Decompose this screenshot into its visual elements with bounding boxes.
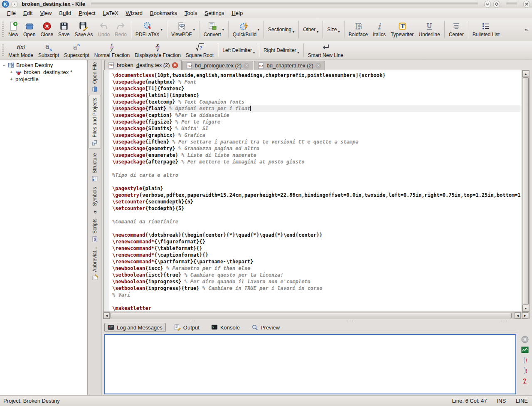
code-line: \usepackage{geometry} % Grandezza pagina… [112, 145, 521, 152]
menu-tools[interactable]: Tools [181, 9, 201, 17]
toolbar-button-sectioning[interactable]: Sectioning▾ [266, 21, 297, 38]
toolbar-separator [264, 21, 264, 38]
toolbar-button-close[interactable]: Close [38, 21, 56, 38]
code-line: \renewcommand*{\tableformat}{} [112, 245, 521, 252]
toolbar-button-square-root[interactable]: ?Square Root [183, 42, 216, 59]
expander-icon[interactable]: - [2, 63, 6, 67]
toolbar-separator [199, 21, 200, 38]
superscript-icon: as [72, 42, 81, 52]
scroll-up-icon[interactable]: ▲ [522, 70, 529, 77]
sidebar-tab-strip: Open FileFiles and ProjectsStructureαSym… [88, 60, 102, 395]
sidebar-tab-abbreviat[interactable]: Abbreviat... [89, 245, 101, 282]
tab-close-icon[interactable]: × [172, 62, 178, 68]
kile-app-icon[interactable]: K [2, 0, 9, 8]
vertical-scroll-thumb[interactable] [523, 77, 529, 304]
menu-build[interactable]: Build [55, 9, 75, 17]
horizontal-scroll-thumb[interactable] [111, 313, 512, 318]
tree-item-broken-destiny[interactable]: -Broken Destiny [0, 62, 87, 69]
tab-close-icon[interactable]: × [244, 63, 249, 69]
code-area[interactable]: \documentclass[10pt,twoside,english,norm… [110, 70, 521, 312]
menu-bookmarks[interactable]: Bookmarks [146, 9, 181, 17]
close-window-button[interactable] [523, 0, 530, 8]
toolbar-button-typewriter[interactable]: TTypewriter [388, 21, 416, 38]
scroll-left-icon[interactable]: ◀ [103, 312, 110, 319]
toolbar-button-viewpdf[interactable]: ViewPDF▾ [169, 21, 197, 38]
toolbar-button-center[interactable]: Center [446, 21, 466, 38]
toolbar-button-new[interactable]: New [6, 21, 21, 38]
titlebar-stripes [506, 2, 517, 6]
window-menu-button[interactable] [11, 0, 18, 8]
toolbar-button-save[interactable]: Save [56, 21, 72, 38]
bottom-tab-log-and-messages[interactable]: Log and Messages [104, 323, 166, 332]
toolbar-button-left-delimiter[interactable]: Left Delimiter▾ [220, 42, 257, 59]
toolbar-button-smart-new-line[interactable]: Smart New Line [305, 42, 346, 59]
code-line: \setcounter{tocdepth}{5} [112, 205, 521, 212]
toolbar-button-save-as[interactable]: Save As [72, 21, 95, 38]
toolbar-button-displaystyle-fraction[interactable]: xyDisplaystyle Fraction [132, 42, 183, 59]
sidebar-tab-scripts[interactable]: </>Scripts [89, 218, 101, 243]
scroll-right-icon[interactable]: ▶ [522, 312, 528, 319]
status-selection-mode: LINE [516, 398, 528, 404]
horizontal-scrollbar[interactable]: ◀ ◀ ▶ [103, 312, 530, 319]
latex-error-button[interactable]: ! [521, 356, 529, 364]
scroll-left-icon[interactable]: ◀ [515, 312, 521, 319]
bottom-tab-konsole[interactable]: Konsole [208, 323, 243, 332]
bottom-tab-preview[interactable]: Preview [248, 323, 283, 332]
editor-tab-broken-destiny-tex-2[interactable]: TEXbroken_destiny.tex (2)× [104, 60, 182, 70]
svg-text:T: T [401, 23, 405, 30]
menu-help[interactable]: Help [228, 9, 246, 17]
bottom-tab-output[interactable]: Output [171, 323, 203, 332]
toolbar-button-size[interactable]: Size▾ [325, 21, 342, 38]
toolbar-button-boldface[interactable]: BBoldface [346, 21, 371, 38]
toolbar-button-pdflatex[interactable]: PDFLaTeX▾ [133, 21, 165, 38]
toolbar-button-convert[interactable]: Convert▾ [201, 21, 227, 38]
toolbar-button-math-mode[interactable]: f(x)Math Mode [6, 42, 36, 59]
panel-splitter[interactable]: ········· [102, 319, 532, 323]
menu-project[interactable]: Project [75, 9, 99, 17]
editor-tab-bd-chapter1-tex-2[interactable]: TEXbd_chapter1.tex (2)× [254, 61, 325, 70]
menu-latex[interactable]: LaTeX [99, 9, 122, 17]
badbox-button[interactable]: ? [521, 377, 529, 385]
shade-button[interactable] [484, 0, 491, 8]
expander-icon[interactable]: + [9, 77, 14, 82]
toolbar-button-superscript[interactable]: asSuperscript [62, 42, 92, 59]
toolbar-button-open[interactable]: Open [21, 21, 38, 38]
sidebar-tab-structure[interactable]: Structure [89, 151, 101, 184]
toolbar-button-normal-fraction[interactable]: xyNormal Fraction [92, 42, 132, 59]
toolbar-separator [303, 44, 304, 57]
log-messages-view[interactable] [104, 334, 516, 394]
dropdown-arrow-icon: ▾ [161, 28, 163, 32]
toolbar-button-underline[interactable]: UUnderline [416, 21, 442, 38]
editor-tab-bd-prologue-tex-2[interactable]: TEXbd_prologue.tex (2)× [182, 61, 254, 70]
menu-view[interactable]: View [36, 9, 55, 17]
toolbar-button-right-delimiter[interactable]: Right Delimiter▾ [261, 42, 302, 59]
menu-wizard[interactable]: Wizard [122, 9, 146, 17]
tree-item-label: Broken Destiny [16, 62, 53, 68]
toolbar-button-bulleted-list[interactable]: Bulleted List [470, 21, 502, 38]
toolbar-separator [444, 21, 445, 38]
toolbar-button-quickbuild[interactable]: QuickBuild▾ [230, 21, 262, 38]
stats-button[interactable] [521, 346, 529, 354]
menu-file[interactable]: File [3, 9, 20, 17]
toolbar-button-italics[interactable]: iItalics [370, 21, 388, 38]
vertical-scrollbar[interactable]: ▲ ▼ [522, 70, 530, 312]
menu-settings[interactable]: Settings [201, 9, 228, 17]
expander-icon[interactable]: + [9, 70, 14, 74]
latex-warning-button[interactable]: ! [521, 366, 529, 375]
sidebar-tab-files-and-projects[interactable]: Files and Projects [89, 95, 101, 149]
scroll-down-icon[interactable]: ▼ [522, 305, 529, 312]
toolbar-button-subscript[interactable]: asSubscript [36, 42, 62, 59]
sidebar-tab-symbols[interactable]: αSymbols [89, 186, 101, 216]
italics-icon: i [375, 22, 384, 31]
menu-edit[interactable]: Edit [20, 9, 36, 17]
toolbar-separator [298, 21, 299, 38]
code-line: \usepackage{SIunits} % Unita' SI [112, 125, 521, 132]
maximize-button[interactable] [493, 0, 500, 8]
tree-item-projectfile[interactable]: +projectfile [0, 76, 87, 83]
tree-item-broken-destiny-tex[interactable]: +TeXbroken_destiny.tex * [0, 69, 87, 76]
sidebar-tab-open-file[interactable]: Open File [89, 62, 101, 93]
toolbar-button-other[interactable]: Other▾ [300, 21, 321, 38]
toolbar-overflow-button[interactable]: » [523, 27, 530, 33]
sidebar-tab-label: Symbols [92, 187, 98, 206]
tab-close-icon[interactable]: × [315, 63, 321, 69]
